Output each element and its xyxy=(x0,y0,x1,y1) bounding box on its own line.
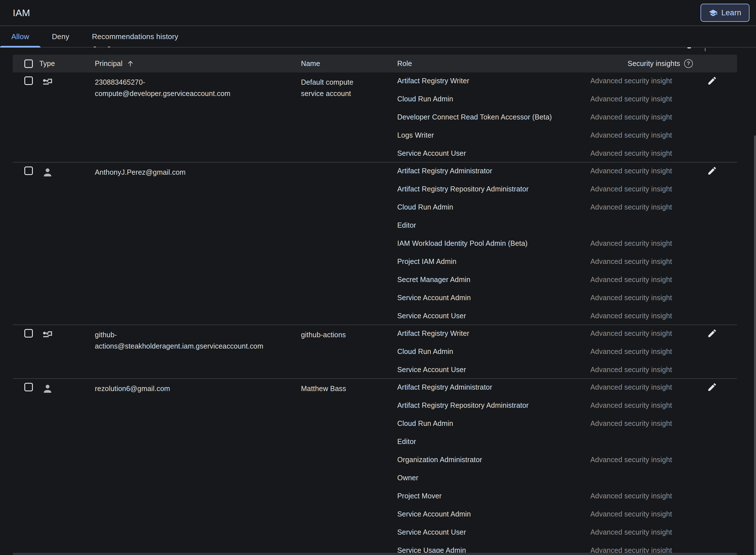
row-checkbox-cell xyxy=(13,167,39,175)
principal-name: Matthew Bass xyxy=(301,383,397,394)
header-checkbox-cell xyxy=(13,59,39,68)
role-line: Organization Administrator Advanced secu… xyxy=(397,455,717,473)
role-line: Secret Manager Admin Advanced security i… xyxy=(397,275,717,293)
help-icon[interactable]: ? xyxy=(684,59,693,68)
advanced-security-insight-link[interactable]: Advanced security insight xyxy=(590,401,672,409)
principal-line: github- xyxy=(95,329,301,340)
role-name: Service Account User xyxy=(397,149,590,158)
row-checkbox[interactable] xyxy=(25,77,33,85)
insight-cell: Advanced security insight xyxy=(590,239,707,248)
advanced-security-insight-link[interactable]: Advanced security insight xyxy=(590,383,672,391)
role-name: Service Account User xyxy=(397,311,590,320)
role-line: Artifact Registry Writer Advanced securi… xyxy=(397,329,717,347)
advanced-security-insight-link[interactable]: Advanced security insight xyxy=(590,275,672,284)
advanced-security-insight-link[interactable]: Advanced security insight xyxy=(590,149,672,157)
advanced-security-insight-link[interactable]: Advanced security insight xyxy=(590,294,672,302)
edit-principal-button[interactable] xyxy=(707,382,717,392)
principal-name: github-actions xyxy=(301,329,397,340)
roles-list: Artifact Registry Administrator Advanced… xyxy=(397,383,737,554)
insight-cell: Advanced security insight xyxy=(590,167,707,175)
row-checkbox[interactable] xyxy=(25,329,33,338)
name-line: Matthew Bass xyxy=(301,383,392,394)
sort-ascending-icon[interactable] xyxy=(126,59,134,68)
role-name: Artifact Registry Administrator xyxy=(397,383,590,391)
edit-pencil-icon xyxy=(707,382,717,392)
role-name: Service Account Admin xyxy=(397,293,590,302)
column-header-principal[interactable]: Principal xyxy=(82,59,301,68)
advanced-security-insight-link[interactable]: Advanced security insight xyxy=(590,312,672,320)
advanced-security-insight-link[interactable]: Advanced security insight xyxy=(590,366,672,374)
tab-recommendations-history[interactable]: Recommendations history xyxy=(81,26,190,47)
tabs: Allow Deny Recommendations history xyxy=(0,26,756,48)
role-name: Organization Administrator xyxy=(397,455,590,464)
insight-cell: Advanced security insight xyxy=(590,311,707,320)
principal-line: AnthonyJ.Perez@gmail.com xyxy=(95,167,301,178)
vertical-scrollbar-thumb[interactable] xyxy=(754,135,756,555)
edit-pencil-icon xyxy=(707,328,717,338)
principal-email: github-actions@steakholderagent.iam.gser… xyxy=(82,329,301,352)
advanced-security-insight-link[interactable]: Advanced security insight xyxy=(590,77,672,85)
tab-allow[interactable]: Allow xyxy=(0,26,41,47)
insight-cell: Advanced security insight xyxy=(590,510,707,518)
advanced-security-insight-link[interactable]: Advanced security insight xyxy=(590,257,672,265)
advanced-security-insight-link[interactable]: Advanced security insight xyxy=(590,239,672,247)
advanced-security-insight-link[interactable]: Advanced security insight xyxy=(590,203,672,211)
advanced-security-insight-link[interactable]: Advanced security insight xyxy=(590,510,672,518)
role-name: Artifact Registry Administrator xyxy=(397,167,590,175)
role-line: Editor xyxy=(397,221,717,239)
role-line: Service Account Admin Advanced security … xyxy=(397,510,717,528)
principal-type-cell xyxy=(39,77,82,89)
insight-cell: Advanced security insight xyxy=(590,149,707,158)
advanced-security-insight-link[interactable]: Advanced security insight xyxy=(590,185,672,193)
edit-principal-button[interactable] xyxy=(707,166,717,176)
row-checkbox[interactable] xyxy=(25,167,33,175)
role-name: Cloud Run Admin xyxy=(397,419,590,428)
role-line: Cloud Run Admin Advanced security insigh… xyxy=(397,419,717,437)
role-line: Artifact Registry Repository Administrat… xyxy=(397,185,717,203)
principal-email: rezolution6@gmail.com xyxy=(82,383,301,394)
role-line: IAM Workload Identity Pool Admin (Beta) … xyxy=(397,239,717,257)
column-header-security-insights: Security insights xyxy=(628,59,680,68)
advanced-security-insight-link[interactable]: Advanced security insight xyxy=(590,131,672,139)
advanced-security-insight-link[interactable]: Advanced security insight xyxy=(590,492,672,500)
iam-page: IAM Learn Allow Deny Recommendations his… xyxy=(0,0,756,555)
row-checkbox[interactable] xyxy=(25,383,33,391)
top-bar: IAM Learn xyxy=(0,0,756,26)
advanced-security-insight-link[interactable]: Advanced security insight xyxy=(590,329,672,337)
edit-principal-button[interactable] xyxy=(707,328,717,338)
insight-cell: Advanced security insight xyxy=(590,329,707,338)
roles-list: Artifact Registry Administrator Advanced… xyxy=(397,167,737,320)
advanced-security-insight-link[interactable]: Advanced security insight xyxy=(590,456,672,464)
advanced-security-insight-link[interactable]: Advanced security insight xyxy=(590,113,672,121)
advanced-security-insight-link[interactable]: Advanced security insight xyxy=(590,167,672,175)
name-line: github-actions xyxy=(301,329,392,340)
advanced-security-insight-link[interactable]: Advanced security insight xyxy=(590,419,672,427)
tab-deny[interactable]: Deny xyxy=(41,26,81,47)
name-line: Default compute xyxy=(301,77,392,88)
row-checkbox-cell xyxy=(13,383,39,391)
insight-cell: Advanced security insight xyxy=(590,492,707,500)
role-line: Cloud Run Admin Advanced security insigh… xyxy=(397,347,717,365)
principal-line: compute@developer.gserviceaccount.com xyxy=(95,88,301,99)
active-tab-underline xyxy=(0,46,41,48)
role-line: Owner xyxy=(397,473,717,492)
advanced-security-insight-link[interactable]: Advanced security insight xyxy=(590,528,672,536)
insight-cell: Advanced security insight xyxy=(590,383,707,391)
role-line: Editor xyxy=(397,437,717,455)
role-name: IAM Workload Identity Pool Admin (Beta) xyxy=(397,239,590,248)
role-line: Service Account User Advanced security i… xyxy=(397,528,717,546)
clipped-toolbar-remnant xyxy=(705,48,706,51)
advanced-security-insight-link[interactable]: Advanced security insight xyxy=(590,347,672,355)
role-name: Owner xyxy=(397,473,590,482)
horizontal-scrollbar[interactable] xyxy=(13,553,737,555)
principal-line: actions@steakholderagent.iam.gserviceacc… xyxy=(95,340,301,352)
column-header-name: Name xyxy=(301,59,397,68)
edit-principal-button[interactable] xyxy=(707,76,717,86)
role-line: Service Account User Advanced security i… xyxy=(397,149,717,158)
role-line: Developer Connect Read Token Accessor (B… xyxy=(397,113,717,131)
role-line: Project IAM Admin Advanced security insi… xyxy=(397,257,717,275)
role-name: Service Account Admin xyxy=(397,510,590,518)
advanced-security-insight-link[interactable]: Advanced security insight xyxy=(590,95,672,103)
learn-button[interactable]: Learn xyxy=(701,4,750,22)
select-all-checkbox[interactable] xyxy=(25,59,33,68)
